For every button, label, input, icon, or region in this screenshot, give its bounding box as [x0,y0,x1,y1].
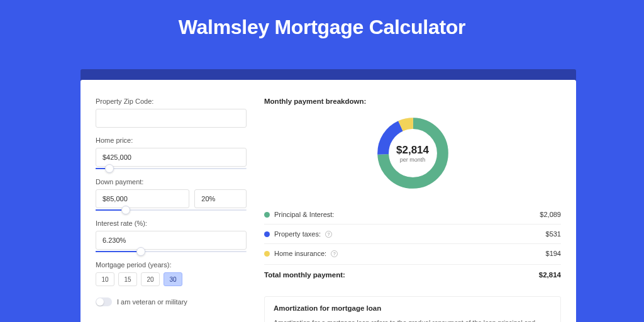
page-title: Walmsley Mortgage Calculator [0,0,644,52]
donut-amount: $2,814 [396,144,429,157]
home-price-slider[interactable] [96,168,247,169]
period-option-15[interactable]: 15 [118,272,137,286]
interest-rate-field: Interest rate (%): [96,219,247,252]
slider-thumb[interactable] [105,164,114,173]
calculator-panel: Property Zip Code: Home price: Down paym… [80,80,576,322]
breakdown-row: Property taxes:?$531 [264,224,561,243]
breakdown-item-value: $531 [546,230,561,238]
slider-thumb[interactable] [121,206,130,214]
down-payment-field: Down payment: [96,178,247,211]
slider-thumb[interactable] [136,247,145,256]
toggle-knob [96,298,104,306]
info-icon[interactable]: ? [325,231,332,238]
inputs-column: Property Zip Code: Home price: Down paym… [96,97,247,322]
donut-chart: $2,814 per month [264,114,561,192]
home-price-input[interactable] [96,148,247,167]
breakdown-total-row: Total monthly payment: $2,814 [264,264,561,285]
zip-field: Property Zip Code: [96,97,247,128]
interest-rate-label: Interest rate (%): [96,219,247,227]
amortization-title: Amortization for mortgage loan [274,304,552,312]
breakdown-item-value: $2,089 [540,211,561,218]
breakdown-list: Principal & Interest:$2,089Property taxe… [264,205,561,263]
period-option-20[interactable]: 20 [141,272,160,286]
slider-fill [96,251,141,252]
zip-label: Property Zip Code: [96,97,247,105]
interest-rate-input[interactable] [96,231,247,250]
breakdown-column: Monthly payment breakdown: $2,814 per mo… [264,97,561,322]
breakdown-item-label: Principal & Interest: [274,211,334,218]
down-payment-slider[interactable] [96,209,247,211]
veteran-toggle[interactable] [96,297,112,306]
amortization-card: Amortization for mortgage loan Amortizat… [264,296,561,322]
home-price-field: Home price: [96,136,247,169]
total-value: $2,814 [539,271,561,279]
zip-input[interactable] [96,109,247,128]
down-payment-percent-input[interactable] [194,189,247,208]
veteran-row: I am veteran or military [96,297,247,306]
breakdown-item-label: Property taxes: [274,230,321,238]
total-label: Total monthly payment: [264,271,345,279]
swatch-icon [264,212,270,218]
amortization-text: Amortization for a mortgage loan refers … [274,318,552,322]
period-label: Mortgage period (years): [96,261,247,269]
period-option-10[interactable]: 10 [96,272,114,286]
breakdown-item-label: Home insurance: [274,250,326,257]
home-price-label: Home price: [96,136,247,144]
veteran-label: I am veteran or military [117,298,187,306]
period-options: 10152030 [96,272,247,286]
donut-center: $2,814 per month [374,114,452,192]
info-icon[interactable]: ? [331,250,338,257]
breakdown-title: Monthly payment breakdown: [264,97,561,105]
period-field: Mortgage period (years): 10152030 [96,261,247,286]
swatch-icon [264,231,270,237]
period-option-30[interactable]: 30 [164,272,182,286]
swatch-icon [264,251,270,257]
breakdown-row: Principal & Interest:$2,089 [264,205,561,224]
down-payment-label: Down payment: [96,178,247,186]
donut-sub: per month [400,157,426,163]
down-payment-amount-input[interactable] [96,189,189,208]
interest-rate-slider[interactable] [96,251,247,252]
breakdown-row: Home insurance:?$194 [264,243,561,263]
breakdown-item-value: $194 [546,250,561,257]
